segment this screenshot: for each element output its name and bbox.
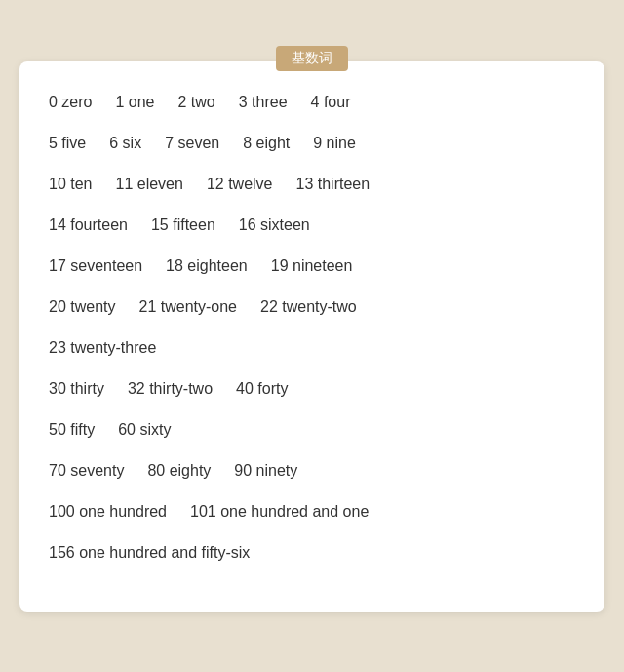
title-text: 基数词 xyxy=(292,50,332,65)
number-word-3-2: sixteen xyxy=(260,217,310,233)
number-item-2-3: 13 thirteen xyxy=(296,173,370,196)
number-word-7-2: forty xyxy=(257,380,288,397)
number-item-9-2: 90 ninety xyxy=(234,459,297,483)
number-item-2-1: 11 eleven xyxy=(116,173,183,196)
number-num-11-0: 156 xyxy=(49,544,79,561)
number-item-11-0: 156 one hundred and fifty-six xyxy=(49,541,250,565)
number-num-9-1: 80 xyxy=(147,462,169,479)
number-item-1-3: 8 eight xyxy=(243,132,290,155)
number-item-6-0: 23 twenty-three xyxy=(49,336,156,360)
number-num-1-0: 5 xyxy=(49,135,61,151)
number-num-0-2: 2 xyxy=(178,94,191,110)
number-word-5-1: twenty-one xyxy=(161,298,237,315)
number-num-8-1: 60 xyxy=(118,421,139,438)
number-row-11: 156 one hundred and fifty-six xyxy=(49,541,575,565)
number-num-10-1: 101 xyxy=(190,503,220,520)
number-num-8-0: 50 xyxy=(49,421,70,438)
number-item-10-0: 100 one hundred xyxy=(49,500,167,524)
number-item-1-2: 7 seven xyxy=(165,132,219,155)
number-num-0-4: 4 xyxy=(311,94,324,110)
number-word-9-0: seventy xyxy=(70,462,124,479)
number-num-0-3: 3 xyxy=(239,94,252,110)
number-num-7-1: 32 xyxy=(128,380,149,397)
number-item-1-4: 9 nine xyxy=(313,132,356,155)
number-word-1-0: five xyxy=(61,135,86,151)
number-num-10-0: 100 xyxy=(49,503,79,520)
number-item-9-0: 70 seventy xyxy=(49,459,124,483)
number-word-0-2: two xyxy=(191,94,215,110)
number-num-3-1: 15 xyxy=(151,217,173,233)
number-row-1: 5 five6 six7 seven8 eight9 nine xyxy=(49,132,575,155)
number-item-1-1: 6 six xyxy=(109,132,141,155)
number-word-4-0: seventeen xyxy=(70,257,142,274)
number-num-3-2: 16 xyxy=(239,217,260,233)
number-num-5-2: 22 xyxy=(260,298,282,315)
number-row-7: 30 thirty32 thirty-two40 forty xyxy=(49,377,575,401)
number-item-4-0: 17 seventeen xyxy=(49,255,142,278)
number-num-4-2: 19 xyxy=(271,257,292,274)
number-num-4-1: 18 xyxy=(166,257,187,274)
number-num-1-1: 6 xyxy=(109,135,122,151)
card: 基数词 0 zero1 one2 two3 three4 four5 five6… xyxy=(20,61,604,612)
number-num-5-0: 20 xyxy=(49,298,70,315)
number-word-6-0: twenty-three xyxy=(70,339,156,356)
number-row-6: 23 twenty-three xyxy=(49,336,575,360)
number-word-5-2: twenty-two xyxy=(282,298,356,315)
number-item-0-3: 3 three xyxy=(239,91,288,114)
number-row-2: 10 ten11 eleven12 twelve13 thirteen xyxy=(49,173,575,196)
number-num-4-0: 17 xyxy=(49,257,70,274)
number-item-4-1: 18 eighteen xyxy=(166,255,248,278)
number-row-0: 0 zero1 one2 two3 three4 four xyxy=(49,91,575,114)
number-row-9: 70 seventy80 eighty90 ninety xyxy=(49,459,575,483)
number-num-9-0: 70 xyxy=(49,462,70,479)
number-num-9-2: 90 xyxy=(234,462,255,479)
number-word-2-1: eleven xyxy=(137,176,183,192)
number-row-8: 50 fifty60 sixty xyxy=(49,418,575,442)
number-word-1-4: nine xyxy=(327,135,356,151)
number-num-2-2: 12 xyxy=(207,176,228,192)
number-word-9-1: eighty xyxy=(170,462,212,479)
number-item-2-0: 10 ten xyxy=(49,173,93,196)
number-word-7-1: thirty-two xyxy=(149,380,213,397)
number-item-5-1: 21 twenty-one xyxy=(139,296,238,319)
number-num-1-3: 8 xyxy=(243,135,255,151)
number-num-2-1: 11 xyxy=(116,176,137,192)
number-word-8-0: fifty xyxy=(70,421,95,438)
number-item-0-2: 2 two xyxy=(178,91,215,114)
number-word-10-1: one hundred and one xyxy=(220,503,369,520)
number-num-1-2: 7 xyxy=(165,135,177,151)
number-word-1-1: six xyxy=(123,135,142,151)
number-num-2-3: 13 xyxy=(296,176,318,192)
number-item-3-2: 16 sixteen xyxy=(239,214,310,237)
number-item-2-2: 12 twelve xyxy=(207,173,273,196)
number-word-10-0: one hundred xyxy=(79,503,167,520)
number-word-5-0: twenty xyxy=(70,298,115,315)
number-item-0-0: 0 zero xyxy=(49,91,92,114)
number-num-3-0: 14 xyxy=(49,217,70,233)
number-word-4-1: eighteen xyxy=(187,257,247,274)
number-item-7-1: 32 thirty-two xyxy=(128,377,213,401)
number-item-5-0: 20 twenty xyxy=(49,296,116,319)
number-item-1-0: 5 five xyxy=(49,132,86,155)
number-num-1-4: 9 xyxy=(313,135,326,151)
number-word-4-2: nineteen xyxy=(292,257,352,274)
number-row-4: 17 seventeen18 eighteen19 nineteen xyxy=(49,255,575,278)
number-item-8-1: 60 sixty xyxy=(118,418,171,442)
number-word-1-2: seven xyxy=(178,135,220,151)
number-row-5: 20 twenty21 twenty-one22 twenty-two xyxy=(49,296,575,319)
number-word-2-2: twelve xyxy=(228,176,272,192)
number-item-7-0: 30 thirty xyxy=(49,377,104,401)
title-tab: 基数词 xyxy=(276,46,348,71)
content: 0 zero1 one2 two3 three4 four5 five6 six… xyxy=(49,91,575,565)
number-item-0-1: 1 one xyxy=(115,91,154,114)
number-item-10-1: 101 one hundred and one xyxy=(190,500,369,524)
number-item-0-4: 4 four xyxy=(311,91,351,114)
number-word-0-0: zero xyxy=(61,94,92,110)
number-word-2-3: thirteen xyxy=(318,176,370,192)
number-item-7-2: 40 forty xyxy=(236,377,288,401)
number-item-9-1: 80 eighty xyxy=(147,459,211,483)
number-item-3-1: 15 fifteen xyxy=(151,214,215,237)
number-num-6-0: 23 xyxy=(49,339,70,356)
number-num-2-0: 10 xyxy=(49,176,70,192)
number-num-7-2: 40 xyxy=(236,380,257,397)
